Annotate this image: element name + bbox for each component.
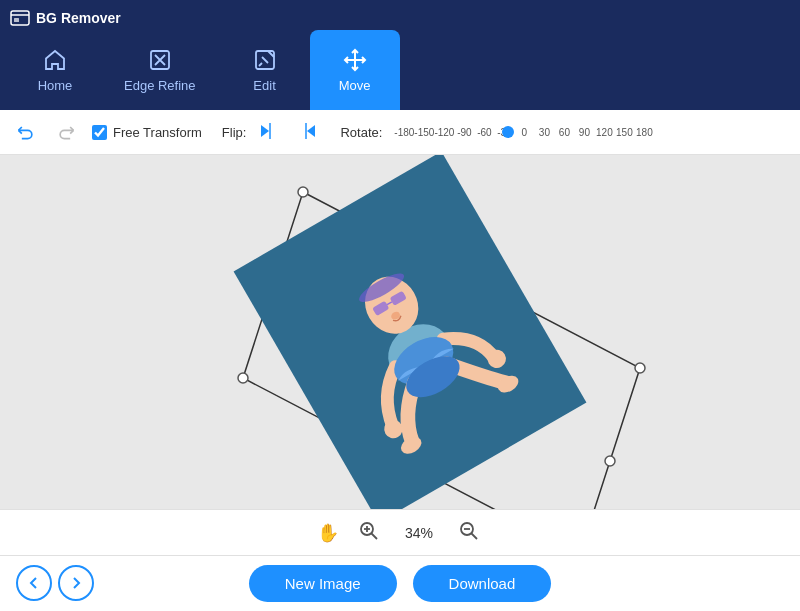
prev-button[interactable]: [16, 565, 52, 601]
tab-move[interactable]: Move: [310, 30, 400, 110]
tab-home[interactable]: Home: [10, 30, 100, 110]
app-title: BG Remover: [36, 10, 121, 26]
zoom-in-icon: [359, 521, 379, 541]
next-button[interactable]: [58, 565, 94, 601]
svg-marker-6: [307, 125, 315, 137]
canvas-area: [0, 155, 800, 509]
rotate-indicator: [502, 126, 514, 138]
zoom-out-icon: [459, 521, 479, 541]
flip-horizontal-button[interactable]: [258, 119, 282, 146]
svg-marker-4: [261, 125, 269, 137]
redo-button[interactable]: [52, 118, 80, 146]
nav-tabs: Home Edge Refine: [10, 30, 800, 110]
handle-rm[interactable]: [605, 456, 615, 466]
flip-vertical-button[interactable]: [294, 119, 318, 146]
rotate-ticks: -180 -150 -120 -90 -60 -30 0 30 60 90 12…: [394, 127, 654, 138]
new-image-button[interactable]: New Image: [249, 565, 397, 602]
prev-icon: [27, 576, 41, 590]
zoom-level: 34%: [399, 525, 439, 541]
tab-home-label: Home: [38, 78, 73, 93]
zoom-out-button[interactable]: [455, 517, 483, 549]
zoom-bar: ✋ 34%: [0, 509, 800, 555]
handle-tr[interactable]: [635, 363, 645, 373]
rotate-label: Rotate:: [340, 125, 382, 140]
hand-tool-icon: ✋: [317, 522, 339, 544]
tab-move-label: Move: [339, 78, 371, 93]
redo-icon: [56, 122, 76, 142]
tab-edge-refine-label: Edge Refine: [124, 78, 196, 93]
toolbar: Free Transform Flip: Rotate: -180 -150 -…: [0, 110, 800, 155]
next-icon: [69, 576, 83, 590]
rotate-slider-container: -180 -150 -120 -90 -60 -30 0 30 60 90 12…: [394, 120, 654, 144]
free-transform-checkbox[interactable]: [92, 125, 107, 140]
undo-icon: [16, 122, 36, 142]
flip-label: Flip:: [222, 125, 247, 140]
download-button[interactable]: Download: [413, 565, 552, 602]
move-icon: [343, 48, 367, 72]
footer: New Image Download: [0, 555, 800, 611]
tab-edit[interactable]: Edit: [220, 30, 310, 110]
edge-refine-icon: [148, 48, 172, 72]
flip-horizontal-icon: [261, 122, 279, 140]
free-transform-label: Free Transform: [113, 125, 202, 140]
svg-line-26: [471, 533, 477, 539]
header: BG Remover Home Edge Refine: [0, 0, 800, 110]
home-icon: [43, 48, 67, 72]
handle-tl[interactable]: [298, 187, 308, 197]
svg-rect-1: [14, 18, 19, 22]
app-brand: BG Remover: [10, 8, 121, 28]
tab-edit-label: Edit: [253, 78, 275, 93]
app-logo-icon: [10, 8, 30, 28]
transform-container: [210, 162, 590, 502]
flip-vertical-icon: [297, 122, 315, 140]
undo-button[interactable]: [12, 118, 40, 146]
svg-rect-0: [11, 11, 29, 25]
handle-bl[interactable]: [238, 373, 248, 383]
svg-line-22: [371, 533, 377, 539]
free-transform-checkbox-label[interactable]: Free Transform: [92, 125, 202, 140]
zoom-in-button[interactable]: [355, 517, 383, 549]
edit-icon: [253, 48, 277, 72]
tab-edge-refine[interactable]: Edge Refine: [100, 30, 220, 110]
